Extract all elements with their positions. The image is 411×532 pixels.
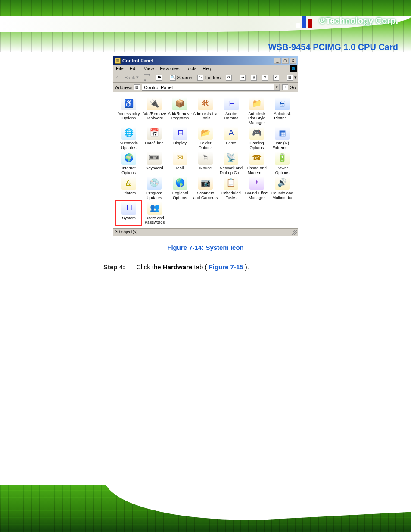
cp-folder-options[interactable]: 📂Folder Options bbox=[193, 126, 218, 151]
address-input[interactable] bbox=[142, 84, 280, 91]
menu-help[interactable]: Help bbox=[202, 66, 212, 71]
cp-power-options-label: Power Options bbox=[270, 166, 295, 175]
undo-button[interactable]: ↶ bbox=[272, 74, 280, 81]
cp-users-passwords-label: Users and Passwords bbox=[142, 216, 167, 225]
history-button[interactable]: ⟳ bbox=[224, 74, 233, 81]
cp-add-remove-programs-label: Add/Remove Programs bbox=[168, 112, 192, 121]
cp-users-passwords-icon: 👥 bbox=[147, 202, 162, 215]
cp-administrative-tools[interactable]: 🛠Administrative Tools bbox=[193, 96, 218, 126]
cp-mouse[interactable]: 🖱Mouse bbox=[193, 151, 218, 176]
cp-scheduled-tasks-label: Scheduled Tasks bbox=[219, 191, 243, 200]
window-titlebar: ▥ Control Panel _ ▢ ✕ bbox=[113, 56, 298, 65]
delete-button[interactable]: ✕ bbox=[261, 74, 269, 81]
cp-sounds-multimedia-icon: 🔊 bbox=[275, 177, 290, 190]
cp-date-time-label: Date/Time bbox=[142, 141, 166, 145]
cp-display[interactable]: 🖥Display bbox=[167, 126, 193, 151]
cp-adobe-gamma[interactable]: 🖥Adobe Gamma bbox=[218, 96, 244, 126]
address-dropdown-button[interactable]: ▼ bbox=[274, 84, 280, 90]
moveto-button[interactable]: ⇥ bbox=[238, 74, 247, 81]
cp-phone-modem[interactable]: ☎Phone and Modem ... bbox=[244, 151, 269, 176]
cp-add-remove-programs-icon: 📦 bbox=[172, 97, 187, 110]
cp-program-updates[interactable]: 💿Program Updates bbox=[141, 176, 167, 201]
cp-internet-options[interactable]: 🌍Internet Options bbox=[116, 151, 141, 176]
cp-printers-label: Printers bbox=[116, 191, 141, 195]
cp-date-time-icon: 📅 bbox=[147, 127, 162, 140]
menu-favorites[interactable]: Favorites bbox=[160, 66, 179, 71]
cp-administrative-tools-icon: 🛠 bbox=[198, 97, 213, 110]
cp-autodesk-plotter[interactable]: 🖨Autodesk Plotter ... bbox=[270, 96, 295, 126]
cp-power-options[interactable]: 🔋Power Options bbox=[270, 151, 295, 176]
cp-automatic-updates-label: Automatic Updates bbox=[116, 141, 141, 150]
cp-date-time[interactable]: 📅Date/Time bbox=[141, 126, 167, 151]
cp-accessibility-options[interactable]: ♿Accessibility Options bbox=[116, 96, 141, 126]
cp-scanners-cameras[interactable]: 📷Scanners and Cameras bbox=[193, 176, 218, 201]
cp-sounds-multimedia[interactable]: 🔊Sounds and Multimedia bbox=[270, 176, 295, 201]
cp-automatic-updates-icon: 🌐 bbox=[121, 127, 136, 140]
folders-icon: 🗂 bbox=[197, 75, 203, 81]
statusbar: 30 object(s) bbox=[113, 228, 298, 236]
search-button[interactable]: 🔍Search bbox=[168, 74, 193, 81]
minimize-button[interactable]: _ bbox=[274, 58, 281, 64]
resize-grip-icon[interactable] bbox=[292, 230, 297, 235]
step-text-pre: Click the bbox=[136, 263, 163, 271]
cp-scheduled-tasks[interactable]: 📋Scheduled Tasks bbox=[218, 176, 244, 201]
cp-internet-options-label: Internet Options bbox=[116, 166, 141, 175]
cp-keyboard[interactable]: ⌨Keyboard bbox=[141, 151, 167, 176]
up-button[interactable]: ⮉ bbox=[155, 74, 163, 81]
logo-mark-icon bbox=[296, 13, 316, 28]
cp-network-dialup-icon: 📡 bbox=[224, 152, 238, 165]
cp-program-updates-icon: 💿 bbox=[147, 177, 162, 190]
copyto-button[interactable]: ⎘ bbox=[249, 74, 258, 81]
cp-intel-extreme-icon: ▦ bbox=[275, 127, 290, 140]
folders-button[interactable]: 🗂Folders bbox=[196, 74, 222, 81]
menu-file[interactable]: File bbox=[116, 66, 124, 71]
cp-mail[interactable]: ✉Mail bbox=[167, 151, 193, 176]
cp-phone-modem-label: Phone and Modem ... bbox=[244, 166, 269, 175]
cp-fonts-icon: A bbox=[224, 127, 238, 140]
views-button[interactable]: ▦▾ bbox=[286, 74, 298, 81]
step-figure-link[interactable]: Figure 7-15 bbox=[209, 263, 243, 271]
cp-printers[interactable]: 🖨Printers bbox=[116, 176, 141, 201]
cp-scheduled-tasks-icon: 📋 bbox=[224, 177, 238, 190]
step-text-mid: tab ( bbox=[194, 263, 207, 271]
address-label: Address bbox=[115, 85, 132, 90]
cp-regional-options[interactable]: 🌎Regional Options bbox=[167, 176, 193, 201]
company-logo: ®Technology Corp. bbox=[296, 13, 398, 28]
cp-add-remove-programs[interactable]: 📦Add/Remove Programs bbox=[167, 96, 193, 126]
addressbar: Address ▥ ▼ ➜Go bbox=[113, 83, 298, 92]
cp-network-dialup[interactable]: 📡Network and Dial-up Co... bbox=[218, 151, 244, 176]
cp-autodesk-plot-style-icon: 📁 bbox=[249, 97, 264, 110]
cp-add-remove-hardware[interactable]: 🔌Add/Remove Hardware bbox=[141, 96, 167, 126]
cp-printers-icon: 🖨 bbox=[121, 177, 136, 190]
cp-keyboard-icon: ⌨ bbox=[147, 152, 162, 165]
control-panel-icon: ▥ bbox=[115, 58, 121, 64]
cp-autodesk-plot-style[interactable]: 📁Autodesk Plot Style Manager bbox=[244, 96, 269, 126]
cp-users-passwords[interactable]: 👥Users and Passwords bbox=[142, 201, 168, 226]
cp-sound-effect-manager[interactable]: 🎚Sound Effect Manager bbox=[244, 176, 269, 201]
cp-add-remove-hardware-icon: 🔌 bbox=[147, 97, 162, 110]
cp-system[interactable]: 🖥System bbox=[116, 201, 142, 226]
copyto-icon: ⎘ bbox=[251, 75, 257, 81]
cp-mail-icon: ✉ bbox=[173, 152, 187, 165]
undo-icon: ↶ bbox=[273, 75, 279, 81]
go-button[interactable]: ➜Go bbox=[282, 84, 296, 90]
cp-folder-options-icon: 📂 bbox=[198, 127, 213, 140]
cp-gaming-options[interactable]: 🎮Gaming Options bbox=[244, 126, 269, 151]
menu-tools[interactable]: Tools bbox=[186, 66, 197, 71]
cp-accessibility-options-icon: ♿ bbox=[121, 97, 136, 110]
back-button[interactable]: ⟸ Back ▾ bbox=[115, 74, 140, 81]
maximize-button[interactable]: ▢ bbox=[282, 58, 289, 64]
cp-autodesk-plotter-label: Autodesk Plotter ... bbox=[270, 112, 295, 121]
menu-edit[interactable]: Edit bbox=[130, 66, 138, 71]
close-button[interactable]: ✕ bbox=[290, 58, 296, 64]
cp-network-dialup-label: Network and Dial-up Co... bbox=[219, 166, 243, 175]
cp-keyboard-label: Keyboard bbox=[142, 166, 166, 170]
cp-intel-extreme[interactable]: ▦Intel(R) Extreme ... bbox=[270, 126, 295, 151]
forward-button[interactable]: ⟹ ▾ bbox=[143, 72, 152, 84]
menubar: File Edit View Favorites Tools Help ⊞ bbox=[113, 65, 298, 72]
cp-automatic-updates[interactable]: 🌐Automatic Updates bbox=[116, 126, 141, 151]
cp-fonts[interactable]: AFonts bbox=[218, 126, 244, 151]
menu-view[interactable]: View bbox=[144, 66, 154, 71]
page-footer-banner bbox=[0, 485, 411, 532]
address-icon: ▥ bbox=[134, 84, 140, 90]
